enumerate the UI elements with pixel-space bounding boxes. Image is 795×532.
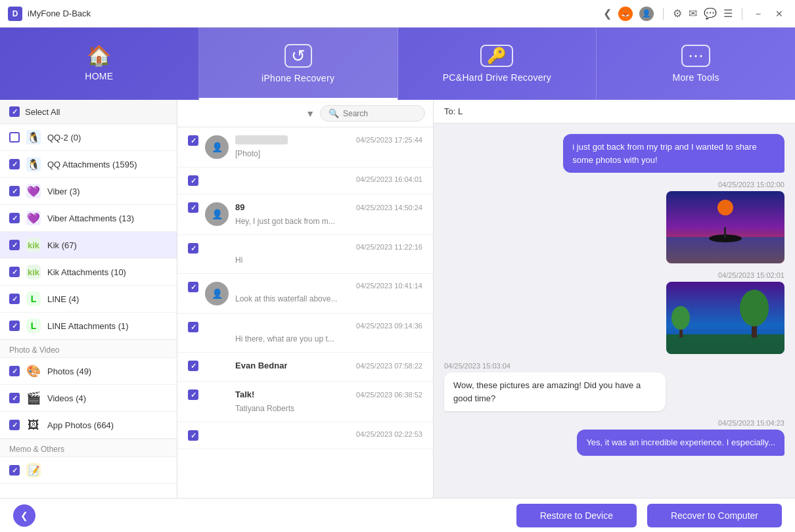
sidebar-item-checkbox[interactable]: ✓ xyxy=(9,366,20,376)
list-item[interactable]: ✓ 04/25/2023 16:04:01 xyxy=(177,167,433,194)
sidebar-item[interactable]: ✓ 📝 xyxy=(0,457,177,484)
search-input[interactable] xyxy=(343,109,417,118)
sidebar-item-label: LINE Attachments (1) xyxy=(47,321,129,331)
menu-icon[interactable]: ☰ xyxy=(723,7,733,20)
sidebar-item[interactable]: 🐧 QQ-2 (0) xyxy=(0,124,177,151)
sidebar-item-label: Photos (49) xyxy=(47,366,91,376)
msg-content: 04/25/2023 16:04:01 xyxy=(235,175,422,186)
iphone-recovery-icon: ↺ xyxy=(284,44,312,68)
chat-message-image2: 04/25/2023 15:02:01 xyxy=(444,271,784,354)
list-item[interactable]: ✓ Talk! 04/25/2023 06:38:52 Tatiyana Rob… xyxy=(177,382,433,422)
list-item[interactable]: ✓ 04/25/2023 02:22:53 xyxy=(177,422,433,449)
list-item[interactable]: ✓ 04/25/2023 09:14:36 Hi there, what are… xyxy=(177,314,433,353)
sidebar-item-checkbox[interactable]: ✓ xyxy=(9,321,20,331)
sidebar-item-checkbox[interactable]: ✓ xyxy=(9,186,20,196)
msg-checkbox[interactable]: ✓ xyxy=(188,389,198,400)
msg-time: 04/25/2023 07:58:22 xyxy=(356,362,422,370)
pc-recovery-icon: 🔑 xyxy=(480,45,513,67)
sidebar-item[interactable]: ✓ 🎬 Videos (4) xyxy=(0,385,177,412)
app-logo: D xyxy=(8,7,22,21)
notes-icon: 📝 xyxy=(26,463,41,477)
titlebar-controls: ❮ 🦊 👤 ⚙ ✉ 💬 ☰ − ✕ xyxy=(603,7,787,21)
recover-to-computer-button[interactable]: Recover to Computer xyxy=(647,504,782,527)
sidebar-item-kik[interactable]: ✓ kik Kik (67) xyxy=(0,232,177,259)
sidebar-item[interactable]: ✓ 🐧 QQ Attachments (1595) xyxy=(0,151,177,178)
minimize-button[interactable]: − xyxy=(752,7,765,20)
sidebar-item-checkbox[interactable]: ✓ xyxy=(9,240,20,250)
nav-home[interactable]: 🏠 HOME xyxy=(0,28,199,100)
settings-icon[interactable]: ⚙ xyxy=(673,7,682,20)
filter-icon[interactable]: ▼ xyxy=(306,108,315,119)
sidebar-item-label: App Photos (664) xyxy=(47,420,114,430)
msg-time: 04/25/2023 11:22:16 xyxy=(356,243,422,251)
msg-preview: Hi xyxy=(235,255,242,265)
list-item[interactable]: ✓ 👤 04/25/2023 10:41:14 Look at this wat… xyxy=(177,274,433,314)
svg-rect-6 xyxy=(666,334,784,354)
viber-attach-icon: 💜 xyxy=(26,211,41,225)
restore-to-device-button[interactable]: Restore to Device xyxy=(516,504,637,527)
msg-content: 04/25/2023 17:25:44 [Photo] xyxy=(235,135,422,159)
msg-content: 04/25/2023 10:41:14 Look at this waterfa… xyxy=(235,282,422,304)
sidebar-item-checkbox[interactable]: ✓ xyxy=(9,159,20,169)
line-attach-icon: L xyxy=(26,319,41,333)
sidebar-item-label: Viber Attachments (13) xyxy=(47,213,134,223)
msg-checkbox[interactable]: ✓ xyxy=(188,135,198,146)
msg-checkbox[interactable]: ✓ xyxy=(188,243,198,254)
kik-icon: kik xyxy=(26,238,41,252)
firefox-icon[interactable]: 🦊 xyxy=(618,7,633,21)
msg-checkbox[interactable]: ✓ xyxy=(188,361,198,371)
msg-checkbox[interactable]: ✓ xyxy=(188,282,198,292)
list-item[interactable]: ✓ 👤 04/25/2023 17:25:44 [Photo] xyxy=(177,127,433,167)
chat-message-sent2: 04/25/2023 15:04:23 Yes, it was an incre… xyxy=(444,419,784,456)
sidebar-item[interactable]: ✓ 🎨 Photos (49) xyxy=(0,358,177,385)
sidebar-item-checkbox[interactable]: ✓ xyxy=(9,267,20,277)
close-button[interactable]: ✕ xyxy=(771,7,787,20)
viber-icon: 💜 xyxy=(26,184,41,198)
sidebar-item-checkbox[interactable]: ✓ xyxy=(9,420,20,430)
msg-checkbox[interactable]: ✓ xyxy=(188,430,198,441)
select-all-checkbox[interactable]: ✓ xyxy=(9,106,20,117)
sidebar-item-checkbox[interactable]: ✓ xyxy=(9,465,20,476)
search-box[interactable]: 🔍 xyxy=(320,105,425,122)
share-icon[interactable]: ❮ xyxy=(603,7,612,20)
msg-checkbox[interactable]: ✓ xyxy=(188,202,198,213)
msg-checkbox[interactable]: ✓ xyxy=(188,322,198,332)
msg-content: Evan Bednar 04/25/2023 07:58:22 xyxy=(235,361,422,373)
chat-message-received: 04/25/2023 15:03:04 Wow, these pictures … xyxy=(444,362,784,411)
chat-image1 xyxy=(666,191,784,263)
list-item[interactable]: ✓ 04/25/2023 11:22:16 Hi xyxy=(177,235,433,274)
svg-rect-3 xyxy=(724,227,726,238)
mail-icon[interactable]: ✉ xyxy=(689,7,697,20)
msg-time: 04/25/2023 02:22:53 xyxy=(356,430,422,438)
sidebar-item[interactable]: ✓ L LINE (4) xyxy=(0,286,177,313)
sidebar-item-checkbox[interactable]: ✓ xyxy=(9,213,20,223)
photos-icon: 🎨 xyxy=(26,364,41,378)
chat-icon[interactable]: 💬 xyxy=(704,7,717,20)
nav-pc-recovery[interactable]: 🔑 PC&Hard Drive Recovery xyxy=(398,28,597,100)
home-icon: 🏠 xyxy=(87,46,111,66)
sidebar-item-checkbox[interactable]: ✓ xyxy=(9,294,20,304)
list-item[interactable]: ✓ 👤 89 04/25/2023 14:50:24 Hey, I just g… xyxy=(177,194,433,235)
nav-more-tools[interactable]: ⋯ More Tools xyxy=(597,28,795,100)
sidebar-header[interactable]: ✓ Select All xyxy=(0,100,177,124)
svg-point-4 xyxy=(717,200,733,215)
sidebar-item[interactable]: ✓ L LINE Attachments (1) xyxy=(0,313,177,340)
message-list: ▼ 🔍 ✓ 👤 04/25/2023 17:25:44 [Photo] ✓ xyxy=(177,100,434,498)
list-item[interactable]: ✓ Evan Bednar 04/25/2023 07:58:22 xyxy=(177,353,433,382)
nav-iphone-recovery[interactable]: ↺ iPhone Recovery xyxy=(199,28,398,100)
msg-checkbox[interactable]: ✓ xyxy=(188,175,198,186)
back-button[interactable]: ❮ xyxy=(13,504,35,527)
sidebar-item-checkbox[interactable] xyxy=(9,132,20,143)
sidebar-item[interactable]: ✓ 💜 Viber Attachments (13) xyxy=(0,205,177,232)
sidebar-item-checkbox[interactable]: ✓ xyxy=(9,393,20,403)
sidebar-item[interactable]: ✓ kik Kik Attachments (10) xyxy=(0,259,177,286)
msg-name: Talk! xyxy=(235,389,254,399)
msg-name: Evan Bednar xyxy=(235,361,287,370)
sidebar-item[interactable]: ✓ 💜 Viber (3) xyxy=(0,178,177,205)
sidebar-item[interactable]: ✓ 🖼 App Photos (664) xyxy=(0,412,177,439)
separator2 xyxy=(742,8,742,20)
profile-icon[interactable]: 👤 xyxy=(639,7,654,21)
qq-attach-icon: 🐧 xyxy=(26,157,41,171)
app-photos-icon: 🖼 xyxy=(26,418,41,432)
svg-point-8 xyxy=(740,290,769,326)
